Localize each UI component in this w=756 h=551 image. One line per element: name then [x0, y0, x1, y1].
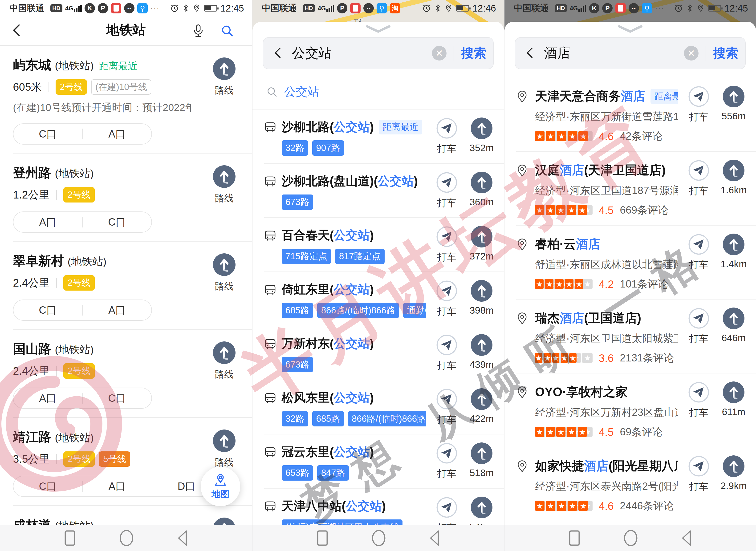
- exit-button[interactable]: A口: [13, 391, 82, 405]
- taxi-button[interactable]: 打车: [431, 388, 462, 426]
- search-input[interactable]: 公交站 ✕ 搜索: [263, 37, 494, 69]
- subway-station-row[interactable]: 屿东城 (地铁站) 距离最近 605米 2号线(在建)10号线 (在建)10号线…: [0, 46, 252, 153]
- route-button[interactable]: 398m: [466, 280, 497, 316]
- subway-station-row[interactable]: 国山路 (地铁站) 2.4公里 2号线 A口C口 路线: [0, 330, 252, 418]
- bus-stop-row[interactable]: 沙柳北路(盘山道)(公交站) 673路 打车 360m: [253, 164, 504, 218]
- route-button[interactable]: 路线: [208, 342, 241, 381]
- exit-button[interactable]: A口: [83, 303, 151, 317]
- bus-stop-row[interactable]: 倚虹东里(公交站) 685路866路/(临时)866路通勤685路 打车 398…: [253, 272, 504, 326]
- taxi-button[interactable]: 打车: [431, 334, 462, 372]
- route-button[interactable]: 646m: [718, 308, 749, 344]
- search-input[interactable]: 酒店 ✕ 搜索: [515, 37, 746, 69]
- collapse-handle-icon[interactable]: [617, 25, 643, 33]
- subway-station-row[interactable]: 翠阜新村 (地铁站) 2.4公里 2号线 C口A口 路线: [0, 241, 252, 330]
- route-button[interactable]: 路线: [208, 165, 241, 204]
- taxi-button[interactable]: 打车: [431, 443, 462, 480]
- route-button[interactable]: 422m: [466, 388, 497, 424]
- taxi-button[interactable]: 打车: [431, 172, 462, 209]
- stop-keyword: 公交站: [346, 498, 382, 514]
- taxi-button[interactable]: 打车: [431, 280, 462, 318]
- back-button[interactable]: [272, 46, 283, 60]
- hotel-row[interactable]: OYO·享牧村之家 经济型·河东区万新村23区盘山道 ★★★★★ ★★★★★ 4…: [504, 374, 756, 447]
- exit-button[interactable]: C口: [83, 391, 151, 405]
- clear-search-button[interactable]: ✕: [432, 46, 446, 60]
- subway-station-row[interactable]: 登州路 (地铁站) 1.2公里 2号线 A口C口 路线: [0, 153, 252, 241]
- search-button[interactable]: [221, 24, 234, 39]
- hotel-row[interactable]: 如家快捷酒店(阳光星期八店) 经济型·河东区泰兴南路2号(阳光星期八... ★★…: [504, 447, 756, 521]
- back-nav-button[interactable]: [176, 529, 188, 547]
- exit-button[interactable]: C口: [13, 303, 82, 317]
- voice-search-button[interactable]: [192, 24, 205, 39]
- route-button[interactable]: 611m: [718, 382, 749, 418]
- show-map-button[interactable]: 地图: [201, 467, 240, 506]
- submit-search-button[interactable]: 搜索: [713, 45, 739, 62]
- paren-open: (: [330, 283, 334, 297]
- bus-stop-row[interactable]: 沙柳北路(公交站) 距离最近 32路907路 打车 352m: [253, 109, 504, 164]
- taxi-icon-slot: [688, 326, 710, 330]
- taxi-button[interactable]: 打车: [684, 308, 714, 346]
- taxi-label: 打车: [431, 196, 462, 209]
- star-rating: ★★★★★ ★★★★★: [535, 205, 593, 216]
- taxi-button[interactable]: 打车: [431, 117, 462, 155]
- route-button[interactable]: 372m: [466, 226, 497, 262]
- route-button[interactable]: 518m: [466, 443, 497, 479]
- route-button[interactable]: 路线: [208, 430, 241, 469]
- bus-stop-row[interactable]: 松风东里(公交站) 32路685路866路/(临时)866路907路... 打车…: [253, 380, 504, 435]
- taxi-button[interactable]: 打车: [684, 233, 714, 271]
- submit-search-button[interactable]: 搜索: [461, 45, 486, 62]
- line-badge: 2号线: [63, 363, 95, 379]
- star-icon: ★: [557, 501, 566, 511]
- back-nav-button[interactable]: [680, 529, 693, 547]
- route-button[interactable]: 360m: [466, 172, 497, 208]
- hotel-row[interactable]: 汉庭酒店(天津卫国道店) 经济型·河东区卫国道187号源润大厦1-3层 ★★★★…: [504, 152, 756, 225]
- exit-button[interactable]: A口: [83, 479, 151, 493]
- route-button[interactable]: 352m: [466, 117, 497, 153]
- suggestion-text: 公交站: [284, 84, 319, 100]
- nearest-badge: 距离最近: [379, 120, 422, 134]
- taxi-button[interactable]: 打车: [684, 382, 714, 419]
- location-pin-icon: [515, 164, 529, 177]
- bus-route-badge: 817路定点: [335, 249, 384, 264]
- route-button[interactable]: 1.6km: [718, 160, 749, 196]
- route-label: 路线: [208, 84, 241, 97]
- route-button[interactable]: 1.4km: [718, 233, 749, 269]
- home-button[interactable]: [623, 529, 639, 547]
- taxi-button[interactable]: 打车: [684, 455, 714, 493]
- signal-bar: [74, 9, 75, 12]
- route-button[interactable]: 2.9km: [718, 455, 749, 491]
- hotel-row[interactable]: 瑞杰酒店(卫国道店) 经济型·河东区卫国道太阳城紫玉名邸1-01 ★★★★★ ★…: [504, 300, 756, 374]
- exit-button[interactable]: A口: [83, 127, 151, 141]
- home-button[interactable]: [371, 529, 387, 547]
- clear-search-button[interactable]: ✕: [684, 46, 699, 60]
- back-button[interactable]: [524, 46, 535, 60]
- route-button[interactable]: 路线: [208, 253, 241, 293]
- meta-separator: [56, 190, 57, 200]
- route-button[interactable]: 439m: [466, 334, 497, 370]
- exit-button[interactable]: A口: [13, 215, 82, 229]
- hotel-row[interactable]: 天津天意合商务酒店 距离最近 经济型·东丽区万新街道雪莲路16号B1栋 ★★★★…: [504, 78, 756, 152]
- bus-stop-row[interactable]: 百合春天(公交站) 715路定点817路定点 打车 372m: [253, 218, 504, 272]
- taxi-button[interactable]: 打车: [684, 160, 714, 197]
- collapse-handle-icon[interactable]: [365, 25, 391, 33]
- taxi-button[interactable]: 打车: [431, 226, 462, 264]
- recents-button[interactable]: [63, 529, 76, 547]
- bus-stop-row[interactable]: 冠云东里(公交站) 653路847路 打车 518m: [253, 435, 504, 489]
- bus-stop-row[interactable]: 万新村东(公交站) 673路 打车 439m: [253, 326, 504, 380]
- taxi-button[interactable]: 打车: [684, 86, 714, 124]
- station-type-label: (地铁站): [55, 343, 94, 357]
- paren-open: (: [330, 445, 334, 459]
- recents-button[interactable]: [568, 529, 581, 547]
- gps-icon: [193, 4, 201, 13]
- back-nav-button[interactable]: [428, 529, 441, 547]
- search-suggestion-row[interactable]: 公交站: [266, 84, 504, 100]
- hotel-row[interactable]: 睿柏·云酒店 舒适型·东丽区成林道以北雪莲路东办公... ★★★★★ ★★★★★…: [504, 225, 756, 300]
- exit-button[interactable]: C口: [13, 127, 82, 141]
- route-badges: 673路: [282, 357, 426, 372]
- exit-button[interactable]: C口: [83, 215, 151, 229]
- home-button[interactable]: [118, 529, 134, 547]
- route-button[interactable]: 556m: [718, 86, 749, 122]
- exit-button[interactable]: C口: [13, 479, 82, 493]
- recents-button[interactable]: [316, 529, 329, 547]
- route-button[interactable]: 路线: [208, 57, 241, 97]
- taxi-label: 打车: [684, 480, 714, 493]
